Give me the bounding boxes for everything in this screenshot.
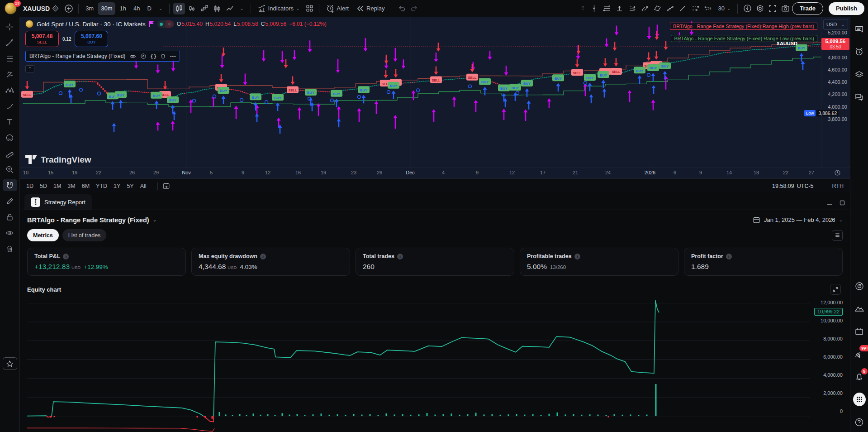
drag-handle-icon[interactable]: ⠿: [581, 7, 588, 10]
range-1y[interactable]: 1Y: [114, 183, 120, 189]
tool-parallel-channel-button[interactable]: [639, 3, 651, 14]
tab-list-of-trades[interactable]: List of trades: [62, 229, 107, 241]
currency-selector[interactable]: USD ⌄: [823, 19, 848, 30]
price-axis[interactable]: USD ⌄ 5,200.00 5,000.00 4,800.00 4,600.0…: [821, 17, 850, 168]
interval-30m[interactable]: 30m: [98, 2, 115, 15]
maximize-panel-button[interactable]: [839, 200, 845, 206]
date-range-selector[interactable]: Jan 1, 2025 — Feb 4, 2026 ⌄: [753, 216, 843, 224]
chart-style-dropdown-arrow[interactable]: ⌄: [237, 2, 247, 15]
favorites-star-button[interactable]: [3, 357, 17, 370]
info-icon[interactable]: i: [260, 254, 266, 259]
text-tool-button[interactable]: [3, 116, 17, 128]
strategy-selector[interactable]: BRTAlgo - Range Fade Strategy (Fixed) ⌄: [27, 216, 157, 224]
object-tree-button[interactable]: [853, 68, 866, 81]
pattern-tool-button[interactable]: [3, 84, 17, 96]
symbol-title[interactable]: Gold Spot / U.S. Dollar · 30 · IC Market…: [37, 21, 146, 28]
info-icon[interactable]: i: [397, 254, 403, 259]
ideas-button[interactable]: [853, 302, 866, 315]
streams-button[interactable]: 99+: [853, 348, 866, 360]
range-all[interactable]: All: [140, 183, 147, 189]
go-to-date-button[interactable]: [162, 182, 170, 190]
tool-horizontal-ray-button[interactable]: [690, 3, 702, 14]
alert-button[interactable]: Alert: [323, 2, 352, 15]
emoji-tool-button[interactable]: [3, 132, 17, 144]
range-ytd[interactable]: YTD: [96, 183, 107, 189]
redo-button[interactable]: [408, 3, 420, 14]
quick-search-button[interactable]: [741, 3, 753, 14]
range-6m[interactable]: 6M: [82, 183, 90, 189]
range-1d[interactable]: 1D: [26, 183, 33, 189]
trend-line-tool-button[interactable]: [3, 37, 17, 48]
timezone-value[interactable]: UTC-5: [797, 183, 814, 189]
compare-add-symbol-button[interactable]: [63, 3, 75, 14]
measure-tool-button[interactable]: [3, 148, 17, 159]
tab-metrics[interactable]: Metrics: [27, 229, 59, 241]
economic-calendar-button[interactable]: [853, 325, 866, 338]
layout-templates-button[interactable]: [304, 3, 315, 14]
tool-polyline-button[interactable]: [664, 3, 676, 14]
range-1m[interactable]: 1M: [53, 183, 61, 189]
equity-chart-area[interactable]: 12,000.00 10,000.00 8,000.00 6,000.00 4,…: [27, 297, 843, 432]
clock-value[interactable]: 19:58:09: [772, 183, 794, 189]
equity-expand-button[interactable]: [830, 284, 841, 295]
legend-collapse-button[interactable]: ⌃: [25, 65, 34, 72]
indicator-more-icon[interactable]: •••: [170, 54, 176, 59]
chat-button[interactable]: [853, 91, 866, 103]
tool-rotated-rectangle-button[interactable]: [652, 3, 664, 14]
info-icon[interactable]: i: [726, 254, 732, 259]
data-feed-status-badge[interactable]: ≈: [157, 20, 174, 28]
equity-chart-canvas[interactable]: [27, 297, 843, 432]
fib-retracement-tool-button[interactable]: [3, 53, 17, 64]
interval-dropdown-arrow[interactable]: ⌄: [156, 2, 166, 15]
all-apps-button[interactable]: [853, 393, 866, 406]
stay-in-drawing-mode-button[interactable]: [3, 195, 17, 207]
tool-path-button[interactable]: [626, 3, 638, 14]
indicator-source-code-icon[interactable]: { }: [151, 53, 156, 59]
notifications-button[interactable]: 5: [853, 370, 866, 383]
screener-button[interactable]: [853, 280, 866, 293]
report-display-options-button[interactable]: [832, 230, 843, 241]
lock-drawings-button[interactable]: [3, 211, 17, 223]
time-axis[interactable]: 101519222629Nov591216192326Dec4912172124…: [20, 168, 850, 178]
brush-tool-button[interactable]: [3, 100, 17, 112]
chart-style-renko-button[interactable]: [199, 3, 210, 14]
indicator-delete-icon[interactable]: [160, 53, 166, 59]
chart-settings-button[interactable]: [754, 3, 766, 14]
indicator-legend[interactable]: BRTAlgo - Range Fade Strategy (Fixed) { …: [25, 51, 180, 62]
tool-trend-line-button[interactable]: [677, 3, 689, 14]
replay-button[interactable]: Replay: [353, 2, 388, 15]
magnet-mode-button[interactable]: [3, 179, 17, 191]
info-icon[interactable]: i: [63, 254, 69, 259]
tool-interval-value[interactable]: 30⌄: [715, 2, 734, 15]
timezone-clock-icon[interactable]: [834, 169, 841, 177]
chart-plot-area[interactable]: SELLSELLSELLSELLSELLSELLSELLSELLSELLSELL…: [20, 17, 821, 168]
tool-cross-line-button[interactable]: [588, 3, 600, 14]
indicator-visibility-icon[interactable]: [129, 53, 136, 60]
sell-button[interactable]: 5,007.48 SELL: [25, 31, 59, 47]
tool-long-position-button[interactable]: [614, 3, 626, 14]
trade-button[interactable]: Trade: [792, 2, 823, 15]
range-3m[interactable]: 3M: [67, 183, 75, 189]
interval-1d[interactable]: D: [144, 2, 154, 15]
indicators-button[interactable]: Indicators ⌄: [255, 2, 303, 15]
cursor-crosshair-button[interactable]: [3, 21, 17, 33]
tool-fib-channel-button[interactable]: [601, 3, 613, 14]
range-5d[interactable]: 5D: [40, 183, 47, 189]
watchlist-button[interactable]: [853, 23, 866, 35]
interval-4h[interactable]: 4h: [130, 2, 143, 15]
alerts-button[interactable]: [853, 45, 866, 58]
snapshot-button[interactable]: [779, 3, 791, 14]
interval-3m[interactable]: 3m: [82, 2, 97, 15]
chart-style-line-button[interactable]: [224, 3, 236, 14]
zoom-tool-button[interactable]: [3, 163, 17, 175]
interval-1h[interactable]: 1h: [116, 2, 129, 15]
indicator-settings-icon[interactable]: [140, 53, 147, 59]
tab-strategy-report[interactable]: Strategy Report: [24, 194, 92, 210]
minimize-panel-button[interactable]: [826, 200, 833, 206]
chart-style-hollow-candles-button[interactable]: [186, 3, 198, 14]
pitchfork-tool-button[interactable]: [3, 68, 17, 80]
remove-drawings-button[interactable]: [3, 243, 17, 254]
session-toggle[interactable]: RTH: [832, 183, 844, 189]
help-button[interactable]: [853, 416, 866, 428]
tool-info-line-button[interactable]: [702, 3, 714, 14]
